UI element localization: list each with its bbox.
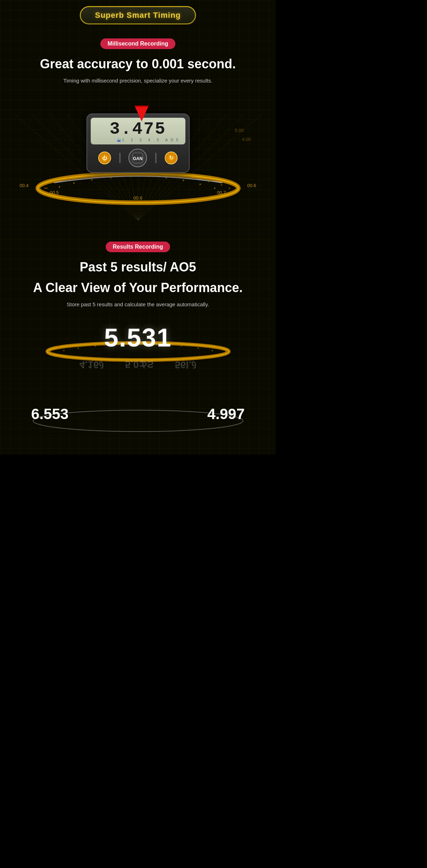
results-subtext: Store past 5 results and calculate the a… xyxy=(14,301,262,309)
header-title: Superb Smart Timing xyxy=(95,11,181,20)
svg-rect-59 xyxy=(63,350,64,351)
svg-rect-67 xyxy=(197,348,199,349)
left-result-number: 6.553 xyxy=(31,406,69,423)
svg-rect-34 xyxy=(130,176,131,177)
svg-text:GAN: GAN xyxy=(133,156,143,161)
results-section: Results Recording Past 5 results/ AO5 A … xyxy=(0,227,276,433)
ring-label-right-top2: 4.00 xyxy=(242,137,251,142)
ms-subtext: Timing with millisecond precision, speci… xyxy=(14,77,262,85)
svg-rect-37 xyxy=(183,180,184,181)
mirror-center: 5.0⊅S xyxy=(125,359,154,370)
svg-rect-33 xyxy=(110,177,112,178)
timer-number: 3.475 xyxy=(95,121,181,138)
svg-line-26 xyxy=(193,176,193,178)
ring-label-left-mid: 00.5 xyxy=(50,190,59,195)
svg-line-24 xyxy=(157,173,158,175)
ring-label-center: 00.6 xyxy=(133,195,142,201)
svg-rect-39 xyxy=(214,187,215,189)
mirror-right: 56l.∂ xyxy=(175,359,197,370)
svg-rect-68 xyxy=(212,350,213,351)
results-badge: Results Recording xyxy=(106,242,170,252)
svg-line-54 xyxy=(173,342,174,344)
bottom-spacer xyxy=(0,433,276,455)
gan-logo: GAN xyxy=(128,149,147,167)
header-section: Superb Smart Timing xyxy=(0,0,276,28)
ring-label-right-far: 00.6 xyxy=(247,183,256,188)
mirror-numbers: 4.16∂ 5.0⊅S 56l.∂ xyxy=(79,359,197,370)
timer-sub-row: ⬓ 1 2 3 4 5 AO5 xyxy=(95,138,181,142)
ms-section: Millisecond Recording Great accuracy to … xyxy=(0,28,276,220)
svg-line-50 xyxy=(102,342,103,344)
divider-left xyxy=(119,153,121,163)
svg-rect-36 xyxy=(165,177,167,179)
svg-marker-41 xyxy=(135,107,148,121)
small-numbers-row: 6.553 4.997 xyxy=(31,406,245,423)
mirror-left: 4.16∂ xyxy=(79,359,104,370)
header-badge: Superb Smart Timing xyxy=(80,6,196,24)
svg-rect-30 xyxy=(59,186,60,187)
svg-rect-32 xyxy=(91,179,93,180)
bluetooth-icon: ⬓ xyxy=(117,138,121,142)
ring-label-left-far: 00.4 xyxy=(20,183,28,188)
ms-heading: Great accuracy to 0.001 second. xyxy=(14,56,262,72)
timer-scene: 00.4 00.5 00.6 00.7 00.6 5.00 4.00 xyxy=(14,96,262,220)
svg-rect-66 xyxy=(181,345,182,346)
power-button[interactable]: ⏻ xyxy=(98,152,111,164)
timer-slots: 1 2 3 4 5 AO5 xyxy=(122,138,181,142)
red-arrow xyxy=(135,106,149,123)
big-number-scene: 5.531 4.16∂ 5.0⊅S 56l.∂ 6.553 4.997 xyxy=(14,319,262,433)
results-heading-1: Past 5 results/ AO5 xyxy=(14,259,262,275)
svg-rect-35 xyxy=(148,176,149,177)
divider-right xyxy=(155,153,157,163)
svg-rect-38 xyxy=(199,184,201,185)
svg-line-28 xyxy=(221,184,222,186)
results-heading-2: A Clear View of Your Performance. xyxy=(14,280,262,295)
ms-badge: Millisecond Recording xyxy=(100,38,175,49)
right-result-number: 4.997 xyxy=(207,406,244,423)
ring-label-right-top: 5.00 xyxy=(235,128,244,133)
orbit-ring-svg xyxy=(17,170,259,206)
timer-controls: ⏻ GAN ↻ xyxy=(91,147,185,169)
svg-rect-31 xyxy=(73,182,75,184)
main-result-number: 5.531 xyxy=(104,323,172,352)
refresh-button[interactable]: ↻ xyxy=(165,152,178,164)
svg-rect-60 xyxy=(78,348,79,349)
svg-rect-61 xyxy=(95,345,96,346)
page-wrapper: Superb Smart Timing Millisecond Recordin… xyxy=(0,0,276,455)
ring-label-right-mid: 00.7 xyxy=(217,190,226,195)
